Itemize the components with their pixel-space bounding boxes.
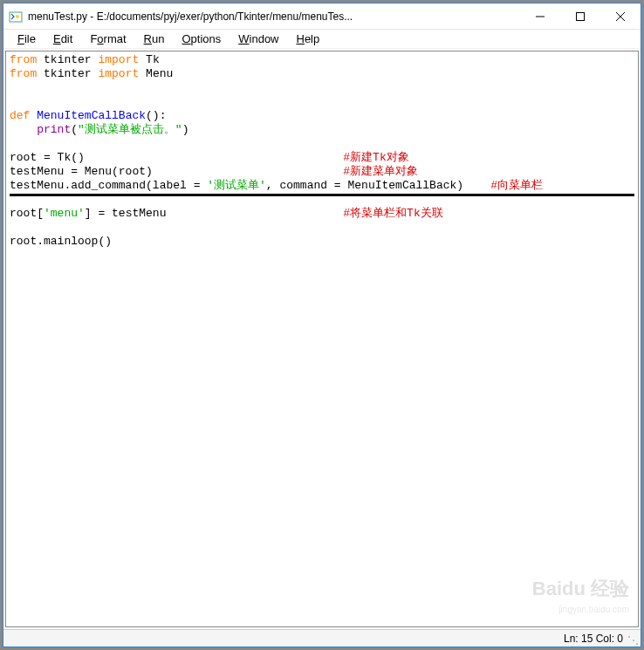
comment: #将菜单栏和Tk关联 [343,207,442,220]
code-text: , command = MenuItemCallBack) [266,179,463,192]
comment: #向菜单栏 [490,179,543,192]
svg-point-1 [16,15,19,18]
code-text: root = Tk() [10,151,85,164]
keyword: def [10,109,30,122]
comment: #新建Tk对象 [343,151,408,164]
code-text: testMenu.add_command(label = [10,179,207,192]
watermark: Baidu 经验 [532,576,629,602]
svg-rect-3 [577,12,585,20]
code-text: testMenu = Menu(root) [10,165,153,178]
svg-rect-0 [10,12,22,22]
string: 'menu' [44,207,85,220]
code-text: root[ [10,207,44,220]
keyword: import [98,67,139,80]
menubar: File Edit Format Run Options Window Help [3,30,641,49]
comment: #新建菜单对象 [343,165,418,178]
string: "测试菜单被点击。" [78,123,182,136]
minimize-button[interactable] [520,3,560,30]
punct: ) [182,123,189,136]
punct: (): [146,109,166,122]
menu-help[interactable]: Help [288,31,329,47]
punct: ( [71,123,78,136]
menu-file[interactable]: File [9,31,45,47]
close-button[interactable] [600,3,641,30]
identifier: Menu [146,67,173,80]
module: tkinter [44,67,92,80]
watermark-sub: jingyan.baidu.com [558,605,629,614]
cursor-position: Ln: 15 Col: 0 [564,633,623,645]
menu-edit[interactable]: Edit [45,31,81,47]
keyword: from [10,67,37,80]
string: '测试菜单' [207,179,266,192]
maximize-button[interactable] [560,3,600,30]
module: tkinter [44,53,92,66]
builtin: print [37,123,71,136]
code-editor[interactable]: from tkinter import Tk from tkinter impo… [6,51,638,250]
resize-grip[interactable] [628,634,639,645]
code-text: ] = testMenu [85,207,167,220]
identifier: Tk [146,53,160,66]
keyword: import [98,53,139,66]
window-title: menuTest.py - E:/documents/pyj/exer/pyth… [28,10,520,23]
editor-area[interactable]: from tkinter import Tk from tkinter impo… [5,51,639,627]
statusbar: Ln: 15 Col: 0 [3,629,641,647]
code-text: root.mainloop() [10,235,112,248]
titlebar[interactable]: menuTest.py - E:/documents/pyj/exer/pyth… [3,3,641,30]
menu-options[interactable]: Options [173,31,230,47]
keyword: from [10,53,37,66]
menu-window[interactable]: Window [230,31,287,47]
menu-run[interactable]: Run [135,31,174,47]
window-controls [520,3,641,30]
idle-window: menuTest.py - E:/documents/pyj/exer/pyth… [3,3,641,647]
app-icon [9,10,23,24]
menu-format[interactable]: Format [81,31,134,47]
func-name: MenuItemCallBack [37,109,146,122]
